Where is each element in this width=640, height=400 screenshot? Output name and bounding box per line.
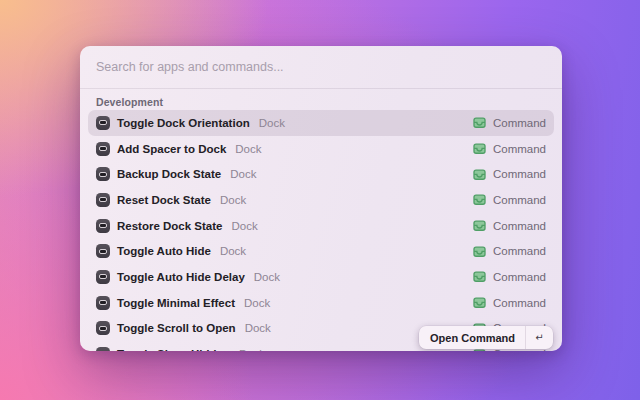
command-accessory: Command: [473, 168, 546, 180]
command-type-label: Command: [493, 168, 546, 180]
search-bar: [80, 46, 562, 88]
command-type-label: Command: [493, 271, 546, 283]
command-title: Toggle Auto Hide: [117, 245, 211, 257]
command-accessory: Command: [473, 220, 546, 232]
desktop-background: Development Toggle Dock Orientation Dock…: [0, 0, 640, 400]
search-divider: [80, 88, 562, 89]
command-subtitle: Dock: [239, 348, 265, 351]
enter-key-icon: ↵: [526, 332, 553, 343]
dock-app-icon: [96, 244, 110, 258]
dock-app-icon: [96, 193, 110, 207]
command-row[interactable]: Toggle Auto Hide Dock Command: [88, 238, 554, 264]
command-accessory: Command: [473, 143, 546, 155]
inbox-icon: [473, 143, 486, 154]
dock-app-icon: [96, 116, 110, 130]
command-subtitle: Dock: [244, 297, 270, 309]
dock-app-icon: [96, 142, 110, 156]
inbox-icon: [473, 169, 486, 180]
command-accessory: Command: [473, 245, 546, 257]
command-title: Toggle Show Hidden: [117, 348, 230, 351]
command-type-label: Command: [493, 297, 546, 309]
command-accessory: Command: [473, 297, 546, 309]
command-row[interactable]: Restore Dock State Dock Command: [88, 213, 554, 239]
dock-app-icon: [96, 219, 110, 233]
command-row[interactable]: Reset Dock State Dock Command: [88, 187, 554, 213]
command-title: Add Spacer to Dock: [117, 143, 226, 155]
command-type-label: Command: [493, 117, 546, 129]
dock-app-icon: [96, 321, 110, 335]
command-subtitle: Dock: [220, 245, 246, 257]
command-title: Reset Dock State: [117, 194, 211, 206]
command-title: Toggle Auto Hide Delay: [117, 271, 245, 283]
command-subtitle: Dock: [235, 143, 261, 155]
command-title: Restore Dock State: [117, 220, 222, 232]
section-header-development: Development: [96, 96, 546, 108]
command-subtitle: Dock: [230, 168, 256, 180]
command-subtitle: Dock: [231, 220, 257, 232]
dock-app-icon: [96, 167, 110, 181]
inbox-icon: [473, 297, 486, 308]
command-subtitle: Dock: [220, 194, 246, 206]
command-row[interactable]: Backup Dock State Dock Command: [88, 161, 554, 187]
inbox-icon: [473, 246, 486, 257]
dock-app-icon: [96, 296, 110, 310]
inbox-icon: [473, 117, 486, 128]
command-row[interactable]: Add Spacer to Dock Dock Command: [88, 136, 554, 162]
command-accessory: Command: [473, 194, 546, 206]
search-input[interactable]: [96, 60, 546, 74]
command-type-label: Command: [493, 194, 546, 206]
inbox-icon: [473, 220, 486, 231]
command-row[interactable]: Toggle Dock Orientation Dock Command: [88, 110, 554, 136]
command-row[interactable]: Toggle Auto Hide Delay Dock Command: [88, 264, 554, 290]
command-type-label: Command: [493, 143, 546, 155]
tooltip-label: Open Command: [430, 332, 515, 344]
inbox-icon: [473, 194, 486, 205]
command-title: Backup Dock State: [117, 168, 221, 180]
command-type-label: Command: [493, 220, 546, 232]
command-subtitle: Dock: [254, 271, 280, 283]
launcher-window: Development Toggle Dock Orientation Dock…: [80, 46, 562, 351]
inbox-icon: [473, 271, 486, 282]
command-subtitle: Dock: [245, 322, 271, 334]
dock-app-icon: [96, 270, 110, 284]
command-subtitle: Dock: [259, 117, 285, 129]
command-list: Toggle Dock Orientation Dock Command Add…: [80, 110, 562, 351]
command-row[interactable]: Toggle Minimal Effect Dock Command: [88, 290, 554, 316]
open-command-tooltip[interactable]: Open Command ↵: [419, 326, 553, 349]
command-title: Toggle Dock Orientation: [117, 117, 250, 129]
command-accessory: Command: [473, 117, 546, 129]
command-title: Toggle Scroll to Open: [117, 322, 236, 334]
command-type-label: Command: [493, 245, 546, 257]
dock-app-icon: [96, 347, 110, 351]
command-title: Toggle Minimal Effect: [117, 297, 235, 309]
command-accessory: Command: [473, 271, 546, 283]
